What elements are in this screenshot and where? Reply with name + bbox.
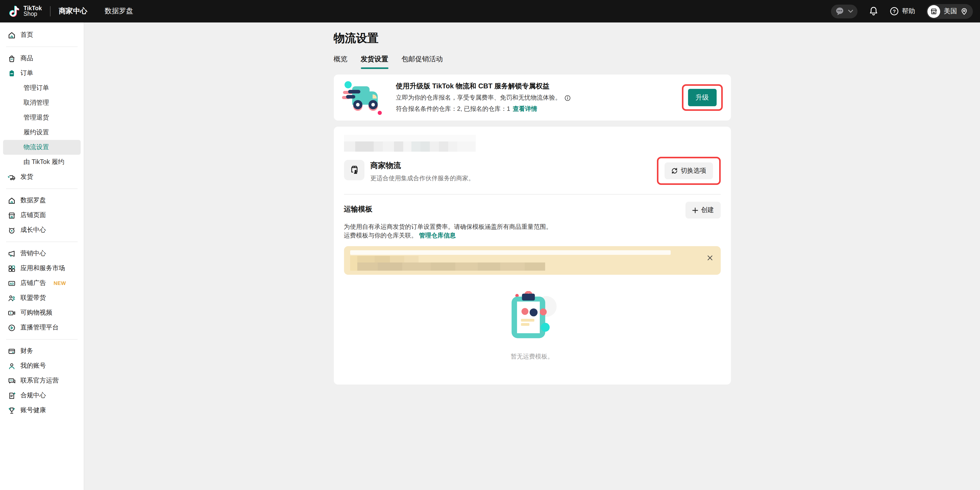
page-title: 物流设置 — [334, 30, 731, 46]
close-icon[interactable] — [707, 255, 713, 261]
region-label: 美国 — [944, 6, 957, 16]
shop-avatar — [928, 5, 940, 18]
parcel-person-icon — [344, 160, 364, 180]
shipping-settings-card: 商家物流 更适合使用集成合作伙伴服务的商家。 — [334, 127, 731, 385]
merchant-shipping-row: 商家物流 更适合使用集成合作伙伴服务的商家。 — [344, 160, 721, 185]
plus-icon — [692, 207, 698, 213]
storefront-icon — [8, 211, 16, 219]
sidebar-item-my-account[interactable]: 我的账号 — [0, 359, 84, 373]
notification-bell-icon[interactable] — [869, 6, 878, 16]
brand-wordmark: TikTok Shop — [24, 5, 42, 17]
sidebar-item-affiliate[interactable]: 联盟带货 — [0, 290, 84, 305]
banner-warehouse-counts: 符合报名条件的仓库：2, 已报名的仓库：1 — [396, 105, 510, 113]
sidebar-item-orders[interactable]: 订单 — [0, 66, 84, 81]
sidebar-item-shop-ads[interactable]: AD 店铺广告 NEW — [0, 276, 84, 290]
tab-bar: 概览 发货设置 包邮促销活动 — [334, 55, 731, 69]
delivery-truck-illustration — [342, 79, 389, 116]
template-alert-banner — [344, 246, 721, 275]
sidebar-item-manage-orders[interactable]: 管理订单 — [3, 81, 81, 96]
order-clipboard-icon — [8, 69, 16, 77]
nav-data-compass[interactable]: 数据罗盘 — [105, 6, 133, 16]
sidebar-item-fulfillment-settings[interactable]: 履约设置 — [3, 125, 81, 140]
create-template-button[interactable]: 创建 — [685, 202, 721, 219]
help-button[interactable]: ? 帮助 — [890, 6, 915, 16]
video-camera-icon — [8, 309, 16, 317]
switch-option-button[interactable]: 切换选项 — [664, 163, 713, 179]
tab-shipping-settings[interactable]: 发货设置 — [361, 55, 388, 69]
svg-text:?: ? — [893, 9, 896, 14]
view-details-link[interactable]: 查看详情 — [513, 105, 537, 113]
info-icon[interactable] — [564, 94, 571, 101]
sidebar-item-contact-ops[interactable]: 联系官方运营 — [0, 373, 84, 388]
redacted-alert-line — [350, 250, 670, 255]
document-icon — [8, 391, 16, 400]
sidebar-divider — [6, 241, 78, 242]
sidebar-item-marketing-center[interactable]: 营销中心 — [0, 246, 84, 261]
messages-pill[interactable] — [831, 4, 858, 18]
sidebar-item-returns[interactable]: 管理退货 — [3, 110, 81, 125]
banner-line1: 立即为你的仓库报名，享受专属费率、免罚和无忧物流体验。 — [396, 93, 561, 102]
manage-warehouse-link[interactable]: 管理仓库信息 — [419, 232, 456, 239]
tiktok-shop-logo[interactable]: TikTok Shop — [7, 5, 42, 18]
chevron-down-icon — [848, 9, 853, 13]
chat-bubble-icon — [835, 7, 845, 16]
sidebar-item-products[interactable]: 商品 — [0, 51, 84, 66]
annotation-box-upgrade: 升级 — [682, 84, 722, 111]
redacted-text-block — [344, 135, 476, 152]
data-compass-icon — [8, 196, 16, 204]
annotation-box-switch: 切换选项 — [657, 157, 721, 185]
sidebar-item-compliance[interactable]: 合规中心 — [0, 388, 84, 403]
sidebar-item-shipments[interactable]: 发货 — [0, 169, 84, 184]
truck-icon — [8, 173, 16, 181]
sidebar-divider — [6, 188, 78, 189]
sidebar-divider — [6, 46, 78, 47]
sidebar-item-app-market[interactable]: 应用和服务市场 — [0, 261, 84, 276]
megaphone-icon — [8, 249, 16, 258]
sidebar-item-live-platform[interactable]: 直播管理平台 — [0, 320, 84, 335]
shipping-template-title: 运输模板 — [344, 205, 372, 214]
header-divider — [50, 6, 51, 16]
refresh-icon — [671, 168, 678, 174]
tiktok-note-icon — [7, 5, 20, 18]
people-icon — [8, 294, 16, 302]
upgrade-button[interactable]: 升级 — [688, 89, 716, 106]
sidebar-item-fulfilled-by-tiktok[interactable]: 由 TikTok 履约 — [3, 155, 81, 169]
nav-seller-center[interactable]: 商家中心 — [59, 6, 87, 16]
home-icon — [8, 31, 16, 39]
live-play-icon — [8, 324, 16, 332]
shipping-template-desc: 为使用自有承运商发货的订单设置费率。请确保模板涵盖所有商品重量范围。 运费模板与… — [344, 223, 721, 240]
new-badge: NEW — [54, 280, 66, 286]
location-pin-icon — [961, 7, 968, 15]
upgrade-banner: 使用升级版 TikTok 物流和 CBT 服务解锁专属权益 立即为你的仓库报名，… — [334, 75, 731, 121]
sidebar-item-shipping-settings[interactable]: 物流设置 — [3, 140, 81, 155]
sidebar-item-shop-page[interactable]: 店铺页面 — [0, 208, 84, 223]
help-question-icon: ? — [890, 6, 899, 16]
sidebar-item-shoppable-videos[interactable]: 可购物视频 — [0, 305, 84, 320]
sidebar: 首页 商品 订单 管理订单 取消管理 管理退货 履约设置 物流设置 由 TikT… — [0, 22, 84, 490]
sidebar-divider — [6, 339, 78, 340]
section-divider — [344, 194, 721, 195]
banner-title: 使用升级版 TikTok 物流和 CBT 服务解锁专属权益 — [396, 82, 571, 91]
apps-grid-icon — [8, 264, 16, 273]
shop-region-pill[interactable]: 美国 — [926, 4, 973, 19]
sidebar-item-finance[interactable]: 财务 — [0, 344, 84, 359]
sidebar-item-growth-center[interactable]: 成长中心 — [0, 223, 84, 238]
ad-icon: AD — [8, 279, 16, 287]
sidebar-item-home[interactable]: 首页 — [0, 27, 84, 42]
help-label: 帮助 — [902, 6, 915, 16]
tab-overview[interactable]: 概览 — [334, 55, 347, 69]
top-bar: TikTok Shop 商家中心 数据罗盘 — [0, 0, 980, 22]
trophy-icon — [8, 406, 16, 414]
sidebar-item-data-compass[interactable]: 数据罗盘 — [0, 193, 84, 208]
sidebar-item-cancellations[interactable]: 取消管理 — [3, 96, 81, 110]
merchant-shipping-subtitle: 更适合使用集成合作伙伴服务的商家。 — [370, 174, 474, 183]
app-root: TikTok Shop 商家中心 数据罗盘 — [0, 0, 980, 490]
person-icon — [8, 362, 16, 370]
sidebar-item-account-health[interactable]: 账号健康 — [0, 403, 84, 418]
clipboard-illustration — [500, 291, 564, 343]
card-icon — [8, 347, 16, 355]
empty-state-text: 暂无运费模板。 — [511, 353, 554, 361]
tab-free-shipping-promos[interactable]: 包邮促销活动 — [401, 55, 443, 69]
svg-text:AD: AD — [10, 282, 14, 285]
bag-icon — [8, 54, 16, 62]
